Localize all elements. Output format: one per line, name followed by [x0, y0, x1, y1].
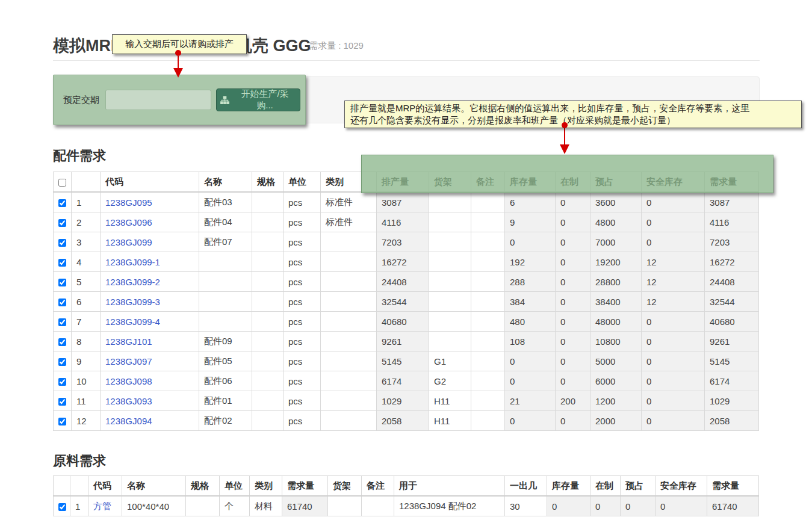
shelf-cell	[429, 272, 471, 292]
row-checkbox[interactable]	[58, 199, 66, 207]
delivery-panel: 预定交期 开始生产/采购...	[53, 75, 306, 125]
reserved-cell: 6000	[590, 371, 642, 391]
row-checkbox[interactable]	[58, 378, 66, 386]
unit-cell: pcs	[284, 272, 321, 292]
code-link[interactable]: 1238GJ094	[105, 416, 152, 426]
category-cell: 标准件	[321, 192, 377, 212]
wip-cell: 0	[556, 252, 590, 272]
parts-column-header: 单位	[284, 172, 321, 193]
code-link[interactable]: 1238GJ099-1	[105, 257, 160, 267]
reserved-cell: 1200	[590, 391, 642, 411]
row-checkbox[interactable]	[58, 398, 66, 406]
category-cell	[321, 351, 377, 371]
reserved-cell: 5000	[590, 351, 642, 371]
num-cell: 6	[72, 292, 101, 312]
reserved-cell: 38400	[590, 292, 642, 312]
code-link[interactable]: 1238GJ095	[105, 197, 152, 208]
shelf-cell: G1	[429, 351, 471, 371]
code-cell: 1238GJ099-2	[101, 272, 199, 292]
stock-cell: 0	[505, 371, 556, 391]
select-all-checkbox[interactable]	[58, 179, 66, 187]
code-link[interactable]: 1238GJ101	[105, 336, 152, 347]
table-row: 71238GJ099-4pcs40680480048000040680	[54, 312, 759, 332]
code-link[interactable]: 方管	[93, 501, 111, 511]
code-cell: 1238GJ099-3	[101, 292, 199, 312]
planned-cell: 32544	[377, 292, 429, 312]
parts-column-header: 货架	[429, 172, 471, 193]
reserved-cell: 4800	[590, 212, 642, 232]
code-link[interactable]: 1238GJ099-4	[105, 317, 160, 327]
category-cell	[321, 312, 377, 332]
code-link[interactable]: 1238GJ098	[105, 376, 152, 386]
shelf-cell	[429, 232, 471, 252]
code-link[interactable]: 1238GJ099	[105, 237, 152, 247]
note-cell	[471, 252, 505, 272]
name-cell	[199, 292, 252, 312]
delivery-date-label: 预定交期	[63, 94, 99, 106]
materials-column-header: 备注	[362, 476, 394, 497]
row-checkbox-cell	[54, 192, 72, 212]
unit-cell: pcs	[284, 312, 321, 332]
stock-cell: 480	[505, 312, 556, 332]
used_for-cell: 1238GJ094 配件02	[394, 496, 505, 516]
note-cell	[471, 371, 505, 391]
code-link[interactable]: 1238GJ099-3	[105, 297, 160, 307]
materials-column-header: 需求量	[707, 476, 759, 497]
row-checkbox[interactable]	[58, 279, 66, 286]
demand-cell: 16272	[705, 252, 759, 272]
parts-column-header: 库存量	[505, 172, 556, 193]
delivery-date-input[interactable]	[105, 90, 211, 110]
planned-cell: 5145	[377, 351, 429, 371]
code-link[interactable]: 1238GJ093	[105, 396, 152, 406]
code-link[interactable]: 1238GJ099-2	[105, 277, 160, 287]
row-checkbox[interactable]	[58, 239, 66, 247]
materials-header-checkbox-cell	[54, 476, 70, 497]
code-link[interactable]: 1238GJ096	[105, 217, 152, 227]
mrp-tooltip-line2: 还有几个隐含要素没有显示，分别是报废率和班产量（对应采购就是最小起订量）	[350, 114, 796, 126]
parts-column-header: 安全库存	[642, 172, 705, 193]
reserved-cell: 10800	[590, 332, 642, 351]
row-checkbox[interactable]	[58, 503, 66, 511]
shelf-cell: G2	[429, 371, 471, 391]
name-cell: 配件01	[199, 391, 252, 411]
stock-cell: 0	[547, 496, 590, 516]
row-checkbox[interactable]	[58, 338, 66, 346]
num-cell: 11	[72, 391, 101, 411]
row-checkbox[interactable]	[58, 299, 66, 306]
start-production-button[interactable]: 开始生产/采购...	[216, 88, 300, 111]
wip-cell: 0	[556, 192, 590, 212]
connector1-dot	[175, 50, 181, 56]
row-checkbox[interactable]	[58, 219, 66, 227]
row-checkbox-cell	[54, 496, 70, 516]
category-cell	[321, 391, 377, 411]
category-cell	[321, 232, 377, 252]
code-cell: 1238GJ096	[101, 212, 199, 232]
materials-column-header: 需求量	[282, 476, 328, 497]
reserved-cell: 7000	[590, 232, 642, 252]
row-checkbox[interactable]	[58, 358, 66, 366]
name-cell: 配件06	[199, 371, 252, 391]
connector2-line	[564, 128, 565, 145]
parts-header-index-cell	[72, 172, 101, 193]
wip-cell: 0	[556, 232, 590, 252]
unit-cell: pcs	[284, 411, 321, 431]
row-checkbox-cell	[54, 232, 72, 252]
row-checkbox-cell	[54, 371, 72, 391]
safety-cell: 12	[642, 272, 705, 292]
code-link[interactable]: 1238GJ097	[105, 356, 152, 367]
reserved-cell: 3600	[590, 192, 642, 212]
demand-cell: 24408	[705, 272, 759, 292]
num-cell: 9	[72, 351, 101, 371]
row-checkbox[interactable]	[58, 318, 66, 326]
row-checkbox[interactable]	[58, 418, 66, 425]
name-cell: 100*40*40	[122, 496, 186, 516]
spec-cell	[252, 332, 284, 351]
category-cell	[321, 411, 377, 431]
row-checkbox[interactable]	[58, 259, 66, 267]
materials-column-header: 库存量	[547, 476, 590, 497]
safety-cell: 0	[642, 232, 705, 252]
row-checkbox-cell	[54, 351, 72, 371]
table-row: 1方管100*40*40个材料617401238GJ094 配件02300000…	[54, 496, 759, 516]
wip-cell: 0	[556, 272, 590, 292]
planned-cell: 2058	[377, 411, 429, 431]
